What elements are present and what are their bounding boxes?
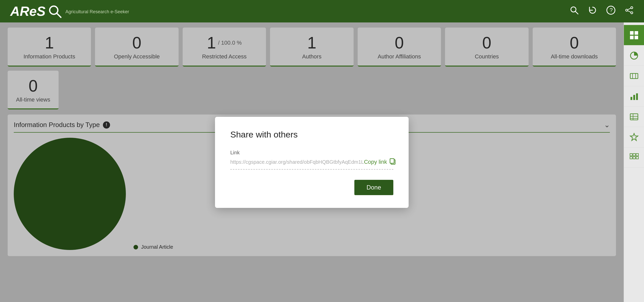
sidebar-icon-grid[interactable] — [624, 25, 644, 45]
header-icons: ? — [570, 6, 634, 17]
svg-rect-32 — [390, 159, 394, 163]
svg-marker-24 — [630, 133, 638, 141]
svg-line-1 — [57, 13, 61, 17]
search-icon[interactable] — [570, 6, 579, 17]
sidebar-icon-table[interactable] — [624, 107, 644, 127]
svg-rect-19 — [636, 93, 638, 100]
svg-rect-13 — [630, 36, 634, 39]
svg-rect-16 — [630, 73, 638, 79]
svg-point-8 — [626, 9, 628, 11]
help-icon[interactable]: ? — [606, 6, 615, 17]
svg-rect-28 — [630, 157, 632, 159]
copy-link-label: Copy link — [364, 159, 387, 165]
svg-rect-17 — [630, 97, 632, 100]
modal-title: Share with others — [230, 130, 393, 140]
done-button[interactable]: Done — [354, 180, 393, 195]
modal-overlay: Share with others Link https://cgspace.c… — [0, 22, 624, 302]
share-modal: Share with others Link https://cgspace.c… — [215, 117, 409, 208]
sidebar-icon-pie-chart[interactable] — [624, 45, 644, 66]
header: AReS Agricultural Research e-Seeker ? — [0, 0, 644, 22]
sidebar-icon-bar-chart[interactable] — [624, 86, 644, 107]
modal-link-row: https://cgspace.cgiar.org/shared/obFqbHQ… — [230, 158, 393, 170]
logo-icon — [47, 3, 63, 19]
svg-rect-14 — [635, 36, 638, 39]
svg-rect-18 — [633, 95, 635, 100]
svg-point-7 — [631, 12, 633, 14]
modal-link-label: Link — [230, 150, 393, 156]
sidebar-icon-grid2[interactable] — [624, 147, 644, 168]
svg-line-3 — [575, 11, 578, 14]
right-sidebar — [624, 22, 644, 302]
svg-rect-29 — [633, 157, 635, 159]
modal-footer: Done — [230, 180, 393, 195]
svg-rect-12 — [635, 31, 638, 35]
share-icon[interactable] — [625, 6, 634, 17]
svg-rect-20 — [630, 114, 638, 120]
svg-rect-27 — [636, 154, 638, 156]
app-subtitle: Agricultural Research e-Seeker — [65, 9, 129, 15]
logo-area: AReS Agricultural Research e-Seeker — [10, 3, 129, 19]
refresh-icon[interactable] — [588, 6, 597, 17]
modal-link-value: https://cgspace.cgiar.org/shared/obFqbHQ… — [230, 159, 364, 165]
svg-rect-25 — [630, 154, 632, 156]
svg-text:?: ? — [610, 7, 613, 13]
svg-line-10 — [628, 8, 631, 10]
sidebar-icon-map[interactable] — [624, 66, 644, 86]
copy-link-button[interactable]: Copy link — [364, 158, 396, 167]
logo-text: AReS — [10, 4, 46, 19]
svg-rect-26 — [633, 154, 635, 156]
copy-icon — [389, 158, 396, 167]
svg-rect-30 — [636, 157, 638, 159]
svg-line-9 — [628, 11, 631, 12]
logo-wrapper: AReS — [10, 3, 63, 19]
svg-rect-11 — [630, 31, 634, 35]
sidebar-icon-star[interactable] — [624, 127, 644, 147]
svg-point-6 — [631, 7, 633, 9]
